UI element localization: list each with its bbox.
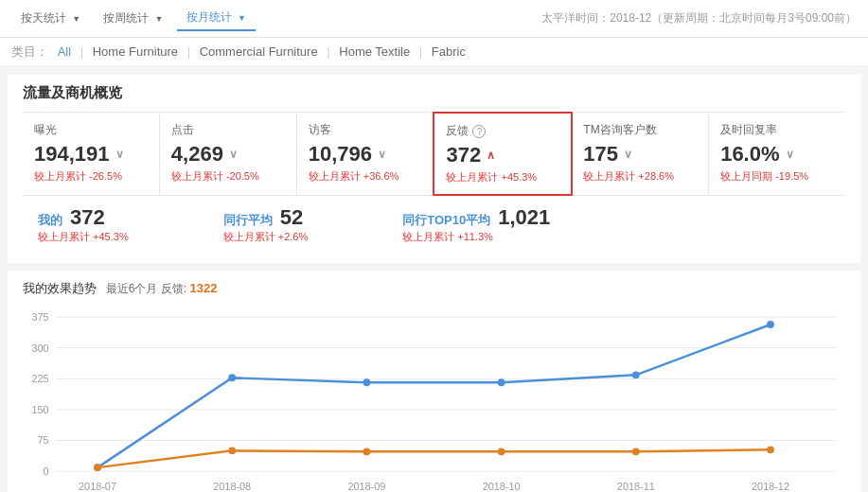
tab-weekly[interactable]: 按周统计 ▼ [94,6,172,31]
nav-tabs: 按天统计 ▼ 按周统计 ▼ 按月统计 ▼ [11,6,256,31]
comp-peer-value: 52 [280,205,303,230]
svg-point-13 [228,374,236,381]
comp-top10: 同行TOP10平均 1,021 较上月累计 +11.3% [402,205,550,244]
comp-peer: 同行平均 52 较上月累计 +2.6% [223,205,309,244]
comp-mine-value: 372 [70,205,105,230]
comp-peer-label: 同行平均 [223,212,273,229]
feedback-chevron[interactable]: ∧ [487,149,495,162]
metric-feedback-label: 反馈 [446,123,469,139]
visitors-chevron[interactable]: ∨ [378,148,386,161]
comp-top10-label: 同行TOP10平均 [402,212,490,229]
tab-monthly[interactable]: 按月统计 ▼ [177,6,256,31]
svg-point-19 [228,447,236,454]
metric-clicks-label: 点击 [171,122,194,138]
top-nav: 按天统计 ▼ 按周统计 ▼ 按月统计 ▼ 太平洋时间：2018-12（更新周期：… [0,0,868,38]
category-home-textile[interactable]: Home Textile [339,44,410,59]
overview-section: 流量及商机概览 曝光 194,191 ∨ 较上月累计 -26.5% 点击 4,2… [8,75,860,263]
tab-daily[interactable]: 按天统计 ▼ [11,6,90,31]
comp-mine-label: 我的 [38,212,62,229]
metric-feedback-value: 372 [446,143,481,167]
trend-chart: 375 300 225 150 75 0 [23,307,845,492]
trend-value: 1322 [190,281,218,295]
svg-text:2018-08: 2018-08 [213,481,251,492]
metric-clicks-change: 较上月累计 -20.5% [171,169,285,184]
svg-text:2018-10: 2018-10 [483,481,521,492]
svg-text:2018-12: 2018-12 [752,481,789,492]
tm-chevron[interactable]: ∨ [624,148,632,161]
svg-point-22 [632,448,640,455]
metric-tm-label: TM咨询客户数 [583,122,656,138]
comparison-row: 我的 372 较上月累计 +45.3% 同行平均 52 较上月累计 +2.6% … [23,195,845,254]
comp-top10-value: 1,021 [498,205,550,230]
metric-reply-value: 16.0% [720,142,779,167]
metric-impressions-change: 较上月累计 -26.5% [34,169,148,184]
metric-tm-value: 175 [583,142,618,167]
category-commercial-furniture[interactable]: Commercial Furniture [200,44,318,59]
metrics-row: 曝光 194,191 ∨ 较上月累计 -26.5% 点击 4,269 ∨ 较上月… [23,112,845,195]
svg-text:300: 300 [32,343,49,354]
svg-point-14 [363,378,370,386]
category-home-furniture[interactable]: Home Furniture [93,44,178,59]
metric-tm-change: 较上月累计 +28.6% [583,169,697,184]
svg-point-18 [94,464,101,471]
metric-impressions-value: 194,191 [34,142,110,167]
svg-text:225: 225 [32,373,49,384]
metric-visitors-value: 10,796 [309,142,372,167]
metric-visitors-change: 较上月累计 +36.6% [309,169,422,184]
metric-reply-label: 及时回复率 [720,122,777,138]
feedback-info-icon[interactable]: ? [472,125,486,138]
comp-top10-change: 较上月累计 +11.3% [402,230,550,244]
metric-visitors-label: 访客 [309,122,331,138]
svg-text:2018-09: 2018-09 [347,481,385,492]
metric-impressions-label: 曝光 [34,122,57,138]
category-fabric[interactable]: Fabric [432,44,466,59]
svg-point-20 [363,448,370,455]
svg-text:2018-11: 2018-11 [617,481,655,492]
trend-section: 我的效果趋势 最近6个月 反馈: 1322 375 300 225 150 75… [8,271,860,492]
svg-text:75: 75 [38,434,49,446]
svg-text:0: 0 [44,466,49,477]
svg-point-15 [498,378,505,386]
metric-reply-change: 较上月同期 -19.5% [720,169,834,184]
metric-visitors: 访客 10,796 ∨ 较上月累计 +36.6% [297,113,434,195]
comp-peer-change: 较上月累计 +2.6% [223,230,309,244]
svg-point-16 [632,371,640,378]
svg-text:375: 375 [32,311,49,323]
metric-feedback-change: 较上月累计 +45.3% [446,170,559,184]
metric-tm-customers: TM咨询客户数 175 ∨ 较上月累计 +28.6% [572,113,709,195]
chart-container: 375 300 225 150 75 0 [23,307,845,492]
metric-reply-rate: 及时回复率 16.0% ∨ 较上月同期 -19.5% [709,113,845,195]
trend-title: 我的效果趋势 最近6个月 反馈: 1322 [23,280,845,297]
svg-point-23 [767,446,774,453]
clicks-chevron[interactable]: ∨ [229,148,238,161]
metric-clicks: 点击 4,269 ∨ 较上月累计 -20.5% [160,113,297,195]
category-all[interactable]: All [58,44,71,59]
metric-feedback: 反馈 ? 372 ∧ 较上月累计 +45.3% [433,112,573,196]
overview-title: 流量及商机概览 [23,84,845,102]
metric-clicks-value: 4,269 [171,142,223,167]
impressions-chevron[interactable]: ∨ [115,148,124,161]
reply-chevron[interactable]: ∨ [786,148,794,161]
comp-mine-change: 较上月累计 +45.3% [38,230,129,244]
svg-point-17 [767,321,774,328]
comp-mine: 我的 372 较上月累计 +45.3% [38,205,129,244]
svg-text:150: 150 [32,404,49,415]
svg-point-21 [498,448,505,455]
category-bar: 类目： All | Home Furniture | Commercial Fu… [0,38,868,67]
time-info: 太平洋时间：2018-12（更新周期：北京时间每月3号09:00前） [541,10,857,26]
category-label: 类目： [11,44,48,59]
svg-text:2018-07: 2018-07 [79,481,116,492]
metric-impressions: 曝光 194,191 ∨ 较上月累计 -26.5% [23,113,160,195]
